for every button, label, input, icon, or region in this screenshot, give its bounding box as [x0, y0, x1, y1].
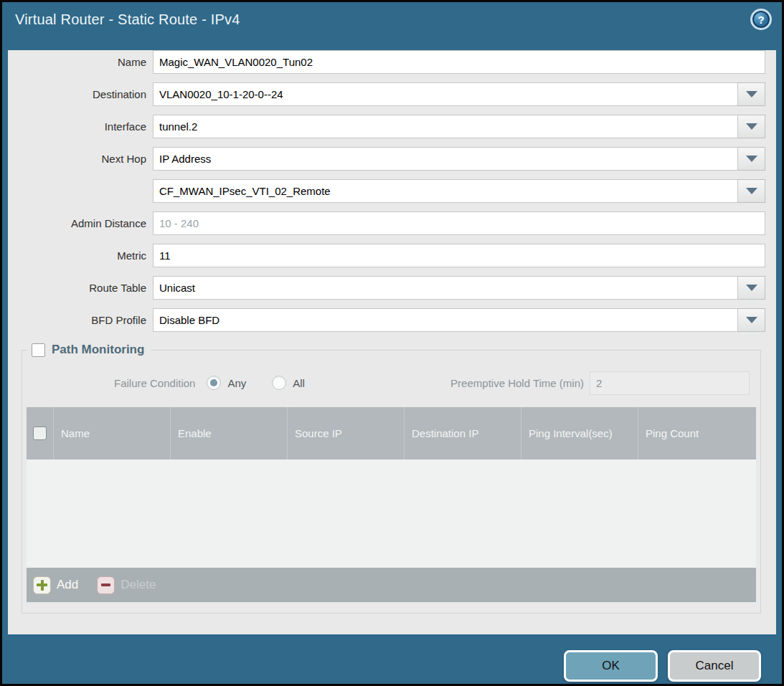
next-hop-label: Next Hop	[8, 147, 153, 171]
form-row-admin-distance: Admin Distance	[8, 211, 765, 235]
chevron-down-icon	[746, 123, 757, 130]
form-row-name: Name	[8, 50, 765, 74]
preemptive-hold-time-label: Preemptive Hold Time (min)	[450, 377, 584, 389]
column-header-ping-interval: Ping Interval(sec)	[521, 407, 638, 459]
failure-condition-label: Failure Condition	[114, 377, 195, 389]
name-input[interactable]	[153, 50, 765, 74]
minus-icon	[97, 576, 115, 594]
next-hop-type-dropdown-button[interactable]	[738, 147, 765, 171]
chevron-down-icon	[746, 91, 757, 97]
bfd-profile-input[interactable]	[153, 308, 738, 332]
dialog-title: Virtual Router - Static Route - IPv4	[15, 11, 240, 28]
help-icon[interactable]: ?	[750, 9, 772, 30]
form-row-route-table: Route Table	[8, 276, 765, 300]
table-header: Name Enable Source IP Destination IP Pin…	[27, 407, 756, 459]
destination-input[interactable]	[153, 82, 738, 106]
destination-dropdown-button[interactable]	[738, 82, 765, 106]
table-footer: Add Delete	[27, 568, 756, 602]
select-all-checkbox[interactable]	[33, 427, 47, 440]
failure-condition-any-label: Any	[227, 377, 246, 389]
dialog-content: Name Destination Interface Next Hop	[8, 50, 776, 634]
column-header-source-ip: Source IP	[288, 407, 405, 459]
destination-label: Destination	[8, 82, 153, 106]
dialog-footer: OK Cancel	[2, 634, 782, 686]
path-monitoring-section: Path Monitoring Failure Condition Any Al…	[22, 350, 761, 614]
admin-distance-input[interactable]	[153, 211, 765, 235]
next-hop-address-label	[8, 179, 153, 203]
path-monitoring-legend: Path Monitoring	[27, 341, 151, 358]
titlebar: Virtual Router - Static Route - IPv4 ?	[2, 2, 782, 37]
bfd-profile-dropdown-button[interactable]	[738, 308, 765, 332]
name-label: Name	[8, 50, 153, 74]
metric-input[interactable]	[153, 244, 765, 267]
path-monitoring-table: Name Enable Source IP Destination IP Pin…	[27, 407, 756, 602]
next-hop-address-input[interactable]	[153, 179, 738, 203]
cancel-button[interactable]: Cancel	[668, 650, 761, 682]
path-monitoring-checkbox[interactable]	[32, 343, 45, 357]
column-header-ping-count: Ping Count	[638, 407, 756, 459]
chevron-down-icon	[746, 188, 757, 194]
preemptive-hold-time-input[interactable]	[590, 371, 750, 395]
form-row-bfd-profile: BFD Profile	[8, 308, 765, 332]
next-hop-address-dropdown-button[interactable]	[738, 179, 765, 203]
interface-label: Interface	[8, 115, 153, 138]
path-monitoring-title: Path Monitoring	[52, 343, 144, 357]
admin-distance-label: Admin Distance	[8, 211, 153, 235]
preemptive-hold-time-group: Preemptive Hold Time (min)	[450, 371, 750, 395]
add-button-label: Add	[57, 578, 78, 592]
next-hop-type-input[interactable]	[153, 147, 738, 171]
column-header-destination-ip: Destination IP	[405, 407, 521, 459]
add-button[interactable]: Add	[33, 576, 78, 594]
chevron-down-icon	[746, 156, 757, 162]
route-table-label: Route Table	[8, 276, 153, 300]
failure-condition-all-radio[interactable]	[272, 376, 286, 390]
path-monitoring-controls: Failure Condition Any All Preemptive Hol…	[22, 371, 760, 395]
form-row-destination: Destination	[8, 82, 765, 106]
route-table-dropdown-button[interactable]	[738, 276, 765, 300]
form-row-interface: Interface	[8, 115, 765, 138]
ok-button[interactable]: OK	[564, 650, 658, 682]
table-header-checkbox-cell	[27, 407, 54, 459]
interface-dropdown-button[interactable]	[738, 115, 765, 138]
form-row-next-hop: Next Hop	[8, 147, 765, 171]
interface-input[interactable]	[153, 115, 738, 138]
plus-icon	[33, 576, 51, 594]
failure-condition-any-radio[interactable]	[207, 376, 221, 390]
table-body-empty	[27, 459, 756, 568]
static-route-dialog: Virtual Router - Static Route - IPv4 ? N…	[0, 0, 784, 686]
delete-button[interactable]: Delete	[97, 576, 156, 594]
column-header-name: Name	[54, 407, 171, 459]
delete-button-label: Delete	[121, 578, 156, 592]
bfd-profile-label: BFD Profile	[8, 308, 153, 332]
route-table-input[interactable]	[153, 276, 738, 300]
form-row-metric: Metric	[8, 244, 765, 267]
chevron-down-icon	[746, 285, 757, 291]
form-row-next-hop-address	[8, 179, 765, 203]
metric-label: Metric	[8, 244, 153, 267]
failure-condition-all-label: All	[293, 377, 305, 389]
column-header-enable: Enable	[171, 407, 288, 459]
chevron-down-icon	[746, 317, 757, 323]
